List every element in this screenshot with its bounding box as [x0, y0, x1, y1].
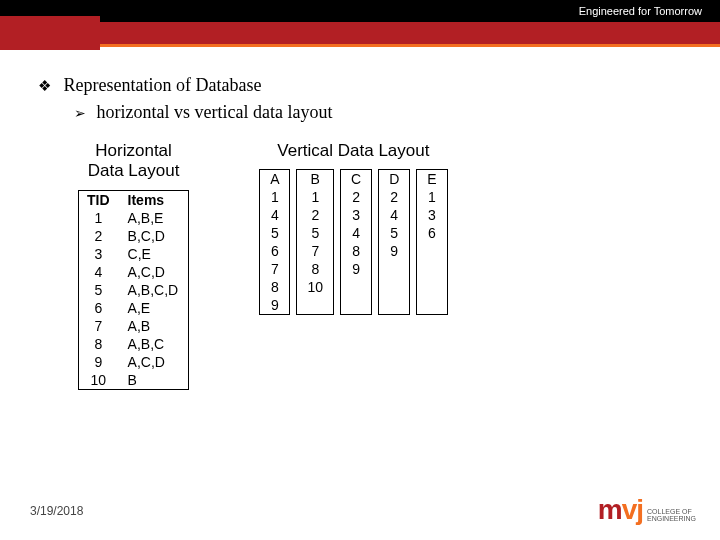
arrow-icon: ➢ [74, 106, 86, 121]
horizontal-layout-figure: Horizontal Data Layout TID Items 1A,B,E2… [78, 141, 189, 390]
col-items: Items [118, 190, 189, 209]
bullet-level-1: ❖ Representation of Database [38, 75, 682, 96]
vertical-column-table: B1257810 [296, 169, 334, 315]
logo-vj: vj [622, 494, 643, 526]
horizontal-table: TID Items 1A,B,E2B,C,D3C,E4A,C,D5A,B,C,D… [78, 190, 189, 390]
bullet2-text: horizontal vs vertical data layout [97, 102, 333, 122]
vertical-tables-wrap: A1456789B1257810 C23489 D2459 E136 [259, 169, 448, 315]
figures-row: Horizontal Data Layout TID Items 1A,B,E2… [78, 141, 682, 390]
bullet1-text: Representation of Database [64, 75, 262, 95]
diamond-icon: ❖ [38, 78, 51, 94]
logo-subtitle: COLLEGE OF ENGINEERING [647, 508, 696, 522]
vertical-column-table: A1456789 [259, 169, 290, 315]
table-row: 1A,B,E [79, 209, 189, 227]
header-black-bar: Engineered for Tomorrow [0, 0, 720, 22]
main-content: ❖ Representation of Database ➢ horizonta… [0, 47, 720, 390]
table-row: 5A,B,C,D [79, 281, 189, 299]
vertical-layout-figure: Vertical Data Layout A1456789B1257810 C2… [259, 141, 448, 390]
vertical-column-table: D2459 [378, 169, 410, 315]
vertical-title: Vertical Data Layout [259, 141, 448, 161]
table-row: 6A,E [79, 299, 189, 317]
tagline: Engineered for Tomorrow [579, 5, 702, 17]
footer-logo: m vj COLLEGE OF ENGINEERING [598, 494, 696, 526]
col-tid: TID [79, 190, 118, 209]
table-row: 9A,C,D [79, 353, 189, 371]
vertical-column-table: E136 [416, 169, 447, 315]
table-row: 10B [79, 371, 189, 390]
table-row: 8A,B,C [79, 335, 189, 353]
header-red-bar [0, 22, 720, 44]
bullet-level-2: ➢ horizontal vs vertical data layout [74, 102, 682, 123]
footer-date: 3/19/2018 [30, 504, 83, 518]
table-row: 7A,B [79, 317, 189, 335]
table-row: 3C,E [79, 245, 189, 263]
vertical-column-table: C23489 [340, 169, 372, 315]
logo-m: m [598, 494, 622, 526]
table-row: 4A,C,D [79, 263, 189, 281]
table-row: 2B,C,D [79, 227, 189, 245]
horizontal-title: Horizontal Data Layout [78, 141, 189, 182]
